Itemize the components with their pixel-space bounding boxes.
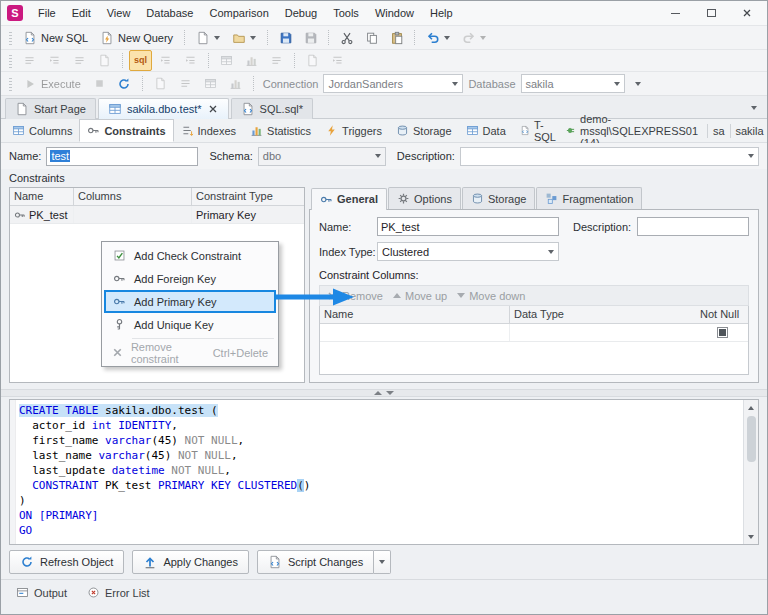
- column-header-data-type[interactable]: Data Type: [510, 306, 696, 323]
- cut-button[interactable]: [335, 27, 358, 48]
- uncomment-button[interactable]: [93, 50, 116, 71]
- apply-changes-button[interactable]: Apply Changes: [132, 550, 249, 574]
- cell-data-type[interactable]: [510, 324, 696, 341]
- not-null-checkbox[interactable]: [717, 327, 728, 338]
- scrollbar-track[interactable]: [744, 414, 758, 530]
- tab-output[interactable]: Output: [7, 583, 76, 602]
- tab-sakila-dbo-test[interactable]: sakila.dbo.test*: [98, 98, 229, 119]
- menu-help[interactable]: Help: [422, 3, 461, 23]
- tab-sql-sql[interactable]: SQL.sql*: [231, 98, 313, 119]
- menu-add-primary-key[interactable]: Add Primary Key: [104, 290, 276, 313]
- copy-button[interactable]: [360, 27, 383, 48]
- lowercase-button[interactable]: [43, 50, 66, 71]
- tab-data[interactable]: Data: [459, 119, 513, 142]
- query-plan-button[interactable]: [149, 73, 172, 94]
- constraint-description-input[interactable]: [637, 217, 749, 236]
- tab-start-page[interactable]: Start Page: [5, 98, 96, 119]
- tab-error-list[interactable]: Error List: [78, 583, 159, 602]
- table-row[interactable]: [320, 324, 748, 342]
- tab-options[interactable]: Options: [388, 187, 461, 209]
- outdent-button[interactable]: [179, 50, 202, 71]
- bookmark-button[interactable]: [215, 50, 238, 71]
- comment-button[interactable]: [68, 50, 91, 71]
- paste-button[interactable]: [385, 27, 408, 48]
- script-changes-button[interactable]: Script Changes: [257, 550, 374, 574]
- vertical-scrollbar[interactable]: [743, 400, 758, 544]
- menu-database[interactable]: Database: [138, 3, 201, 23]
- sql-editor[interactable]: CREATE TABLE sakila.dbo.test ( actor_id …: [9, 399, 759, 545]
- column-header-constraint-type[interactable]: Constraint Type: [192, 188, 304, 205]
- script-changes-dropdown[interactable]: [374, 550, 391, 574]
- close-button[interactable]: [729, 2, 765, 24]
- tab-storage-detail[interactable]: Storage: [462, 187, 536, 209]
- column-header-name[interactable]: Name: [320, 306, 510, 323]
- tab-fragmentation[interactable]: Fragmentation: [536, 187, 642, 209]
- menu-edit[interactable]: Edit: [64, 3, 99, 23]
- save-button[interactable]: [274, 27, 297, 48]
- database-name[interactable]: sakila: [735, 125, 763, 137]
- scroll-up-button[interactable]: [745, 401, 758, 414]
- menu-remove-constraint[interactable]: Remove constraintCtrl+Delete: [104, 341, 276, 364]
- tab-triggers[interactable]: Triggers: [318, 119, 389, 142]
- menu-add-check-constraint[interactable]: Add Check Constraint: [104, 244, 276, 267]
- maximize-button[interactable]: [693, 2, 729, 24]
- tab-general[interactable]: General: [311, 188, 387, 210]
- tab-statistics[interactable]: Statistics: [243, 119, 318, 142]
- refresh-object-button[interactable]: Refresh Object: [9, 550, 124, 574]
- statistics-button[interactable]: [224, 73, 247, 94]
- undo-dropdown[interactable]: [421, 27, 455, 48]
- column-header-not-null[interactable]: Not Null: [696, 306, 748, 323]
- toolbar-overflow-dropdown[interactable]: [627, 73, 650, 94]
- menu-comparison[interactable]: Comparison: [201, 3, 276, 23]
- new-document-dropdown[interactable]: [191, 27, 225, 48]
- cell-name[interactable]: [320, 324, 510, 341]
- tab-constraints[interactable]: Constraints: [79, 119, 173, 142]
- next-bookmark-button[interactable]: [240, 50, 263, 71]
- scroll-down-button[interactable]: [745, 530, 758, 543]
- redo-dropdown[interactable]: [457, 27, 491, 48]
- sql-code[interactable]: CREATE TABLE sakila.dbo.test ( actor_id …: [16, 400, 743, 544]
- menu-add-unique-key[interactable]: Add Unique Key: [104, 313, 276, 336]
- close-tab-icon[interactable]: [207, 103, 219, 115]
- constraint-name-input[interactable]: PK_test: [377, 217, 559, 236]
- menu-debug[interactable]: Debug: [277, 3, 325, 23]
- name-input[interactable]: test: [46, 147, 198, 166]
- new-sql-button[interactable]: New SQL: [18, 27, 93, 48]
- table-row[interactable]: PK_test Primary Key: [10, 206, 304, 224]
- query-options-button[interactable]: [174, 73, 197, 94]
- toolbar-grip[interactable]: [9, 76, 12, 91]
- schema-combo[interactable]: dbo: [258, 147, 386, 166]
- constraint-columns-grid[interactable]: Name Data Type Not Null: [319, 306, 749, 375]
- word-wrap-button[interactable]: [301, 50, 324, 71]
- move-up-button[interactable]: Move up: [393, 290, 447, 302]
- indent-button[interactable]: [154, 50, 177, 71]
- open-file-dropdown[interactable]: [227, 27, 261, 48]
- column-header-name[interactable]: Name: [10, 188, 74, 205]
- menu-window[interactable]: Window: [367, 3, 422, 23]
- connection-combo[interactable]: JordanSanders: [323, 74, 463, 93]
- results-grid-button[interactable]: [199, 73, 222, 94]
- stop-button[interactable]: [88, 73, 111, 94]
- user-name[interactable]: sa: [713, 125, 725, 137]
- execute-button[interactable]: Execute: [18, 73, 86, 94]
- menu-file[interactable]: File: [30, 3, 64, 23]
- menu-add-foreign-key[interactable]: Add Foreign Key: [104, 267, 276, 290]
- tab-indexes[interactable]: Indexes: [174, 119, 244, 142]
- menu-tools[interactable]: Tools: [325, 3, 367, 23]
- uppercase-button[interactable]: [18, 50, 41, 71]
- minimize-button[interactable]: [657, 2, 693, 24]
- tab-t-sql[interactable]: T-SQL: [513, 119, 566, 142]
- new-query-button[interactable]: New Query: [95, 27, 178, 48]
- refresh-button[interactable]: [113, 73, 136, 94]
- move-down-button[interactable]: Move down: [457, 290, 525, 302]
- scrollbar-thumb[interactable]: [747, 416, 756, 462]
- description-input[interactable]: [460, 147, 759, 166]
- database-combo[interactable]: sakila: [521, 74, 625, 93]
- index-type-combo[interactable]: Clustered: [377, 242, 559, 261]
- toolbar-grip[interactable]: [9, 30, 12, 45]
- column-header-columns[interactable]: Columns: [74, 188, 192, 205]
- show-whitespace-button[interactable]: [326, 50, 349, 71]
- tab-columns[interactable]: Columns: [5, 119, 79, 142]
- toolbar-grip[interactable]: [9, 53, 12, 68]
- save-all-button[interactable]: [299, 27, 322, 48]
